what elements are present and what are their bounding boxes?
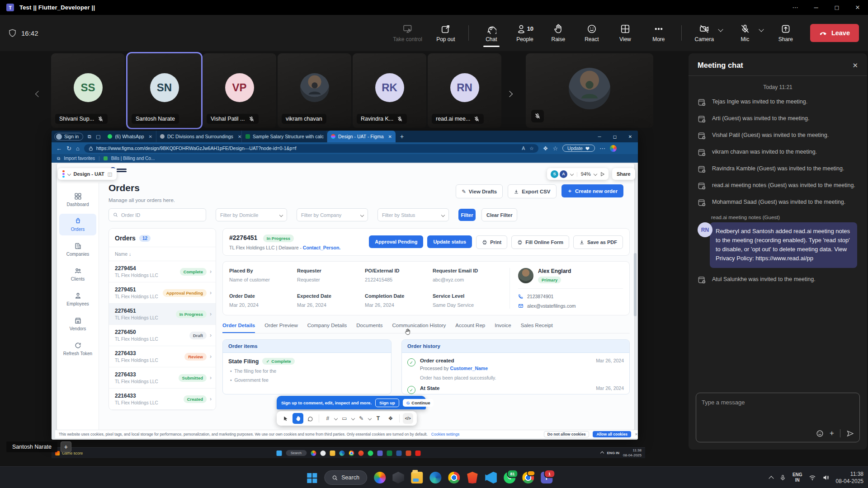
sidebar-item-clients[interactable]: Clients (59, 263, 96, 285)
chat-message-list[interactable]: Today 11:21 Tejas Ingle was invited to t… (689, 78, 867, 388)
acrobat-icon[interactable] (415, 450, 420, 456)
excel-icon[interactable] (387, 450, 392, 456)
hidden-icons-chevron-icon[interactable] (600, 451, 604, 455)
browser-tab[interactable]: Sample Salary Structure with calc✕ (242, 131, 327, 142)
chevron-down-icon[interactable] (334, 417, 338, 420)
chrome-profile-icon[interactable] (522, 472, 534, 483)
mic-options-chevron-icon[interactable] (759, 27, 764, 32)
chevron-down-icon[interactable] (351, 417, 354, 420)
workspaces-icon[interactable]: ⧉ (88, 134, 91, 140)
whatsapp-icon[interactable]: 81 (504, 472, 515, 483)
close-chat-icon[interactable]: ✕ (852, 61, 858, 70)
allow-cookies-button[interactable]: Allow all cookies (593, 431, 631, 437)
volume-icon[interactable] (822, 474, 830, 481)
filter-domicile-select[interactable]: Filter by Domicile (216, 208, 287, 221)
maximize-button[interactable]: ◻ (826, 0, 847, 15)
more-button[interactable]: More (648, 21, 670, 45)
browser-tab[interactable]: (6) WhatsApp✕ (104, 131, 156, 142)
file-explorer-icon[interactable] (330, 450, 335, 456)
strip-scroll-right-icon[interactable] (507, 90, 512, 98)
tab-close-icon[interactable]: ✕ (238, 134, 241, 139)
copilot-icon[interactable] (610, 145, 617, 152)
extensions-icon[interactable]: ❖ (543, 145, 548, 152)
address-bar[interactable]: https://www.figma.com/design/9BKQ0FOHRWa… (84, 144, 538, 153)
participant-tile[interactable]: vikram chavan (278, 53, 351, 128)
export-csv-button[interactable]: Export CSV (508, 184, 556, 198)
back-icon[interactable]: ← (56, 145, 62, 152)
tray-mic-icon[interactable] (779, 474, 786, 481)
browser-tab-active[interactable]: Design - UAT - Figma✕ (327, 131, 396, 142)
pen-tool-icon[interactable]: ✎ (356, 413, 367, 424)
participant-tile-active-speaker[interactable]: SN Santosh Narate (127, 53, 201, 128)
dev-mode-toggle-icon[interactable]: </> (403, 413, 413, 424)
scrollbar-thumb[interactable] (634, 253, 637, 316)
frame-tool-icon[interactable]: # (322, 413, 333, 424)
deny-cookies-button[interactable]: Do not allow cookies (544, 431, 590, 437)
order-row[interactable]: 2276433TL Flex Holdings LLC Submitted› (109, 367, 216, 389)
copilot-icon[interactable] (311, 450, 316, 456)
tab-close-icon[interactable]: ✕ (388, 134, 392, 139)
camera-options-chevron-icon[interactable] (718, 27, 723, 32)
create-new-order-button[interactable]: ＋ Create new order (561, 184, 623, 197)
browser-restore-icon[interactable]: ◻ (607, 134, 623, 139)
new-tab-icon[interactable]: + (400, 133, 404, 140)
search-pill[interactable]: Search (286, 450, 307, 456)
cookies-settings-link[interactable]: Cookies settings (431, 432, 459, 436)
contact-email[interactable]: alex@vstatefilings.com (527, 303, 576, 309)
browser-tab[interactable]: DC Divisions and Surroundings✕ (156, 131, 242, 142)
taskbar-search[interactable]: Search (324, 470, 367, 485)
update-status-button[interactable]: Update status (427, 235, 472, 248)
inner-clock[interactable]: 11:3808-04-2025 (623, 448, 642, 458)
sidebar-item-refresh-token[interactable]: Refresh Token (59, 338, 96, 360)
vscode-icon[interactable] (485, 472, 497, 483)
shape-tool-icon[interactable]: ▭ (339, 413, 349, 424)
tab-actions-icon[interactable]: ▢ (96, 134, 100, 140)
react-button[interactable]: React (581, 21, 603, 45)
start-button[interactable] (306, 472, 317, 483)
minimize-button[interactable]: ─ (806, 0, 826, 15)
order-id-search-input[interactable]: Order ID (108, 208, 206, 221)
order-row[interactable]: 2276450TL Flex Holdings LLC Draft› (109, 325, 216, 346)
tab-order-preview[interactable]: Order Preview (264, 323, 298, 333)
order-row-selected[interactable]: 2276451TL Flex Holdings LLC In Progress› (109, 304, 216, 325)
browser-profile-button[interactable]: Sign in (54, 133, 83, 141)
tab-account-rep[interactable]: Account Rep (455, 323, 485, 333)
emoji-icon[interactable] (816, 430, 824, 437)
tab-close-icon[interactable]: ✕ (149, 134, 152, 139)
chevron-down-icon[interactable] (570, 172, 574, 176)
order-row[interactable]: 2276433TL Flex Holdings LLC Review› (109, 346, 216, 367)
comment-tool-icon[interactable] (305, 413, 316, 424)
participant-tile[interactable]: SS Shivani Sup... (51, 53, 125, 128)
figma-file-menu[interactable]: Design - UAT ◫ (58, 168, 117, 180)
chat-message-input[interactable]: Type a message + (696, 393, 860, 442)
layout-toggle-icon[interactable]: ◫ (108, 171, 112, 177)
share-button[interactable]: Share (775, 21, 797, 45)
close-button[interactable]: ✕ (847, 0, 868, 15)
wifi-icon[interactable] (809, 474, 816, 481)
save-as-pdf-button[interactable]: Save as PDF (573, 235, 623, 249)
sidebar-item-dashboard[interactable]: Dashboard (59, 189, 96, 211)
refresh-icon[interactable]: ↻ (66, 145, 71, 152)
teams-icon[interactable]: T 1 (541, 472, 552, 483)
favorites-list-icon[interactable]: ☆ (552, 145, 558, 152)
sidebar-item-companies[interactable]: Companies (59, 239, 96, 260)
text-tool-icon[interactable]: T (373, 413, 383, 424)
chat-button[interactable]: Chat (481, 21, 502, 45)
filter-company-select[interactable]: Filter by Company (297, 208, 368, 221)
participant-tile-pinned[interactable] (526, 53, 653, 128)
pop-out-button[interactable]: Pop out (435, 21, 457, 45)
attach-plus-icon[interactable]: + (830, 429, 834, 438)
read-aloud-icon[interactable]: A (522, 145, 525, 151)
favorite-item[interactable]: Bills | Billing and Co... (111, 156, 155, 161)
leave-button[interactable]: Leave (810, 24, 859, 42)
app-icon[interactable] (320, 450, 326, 456)
figma-share-button[interactable]: Share (612, 168, 635, 180)
home-icon[interactable]: ⌂ (76, 145, 80, 152)
sign-up-button[interactable]: Sign up (375, 399, 399, 407)
customer-name-link[interactable]: Customer_Name (450, 366, 488, 371)
sidebar-item-vendors[interactable]: Vendors (59, 313, 96, 335)
more-options-icon[interactable]: ⋯ (785, 0, 806, 15)
tab-communication-history[interactable]: Communication History (392, 323, 446, 333)
raise-hand-button[interactable]: Raise (547, 21, 569, 45)
hand-tool-icon[interactable] (292, 413, 303, 424)
